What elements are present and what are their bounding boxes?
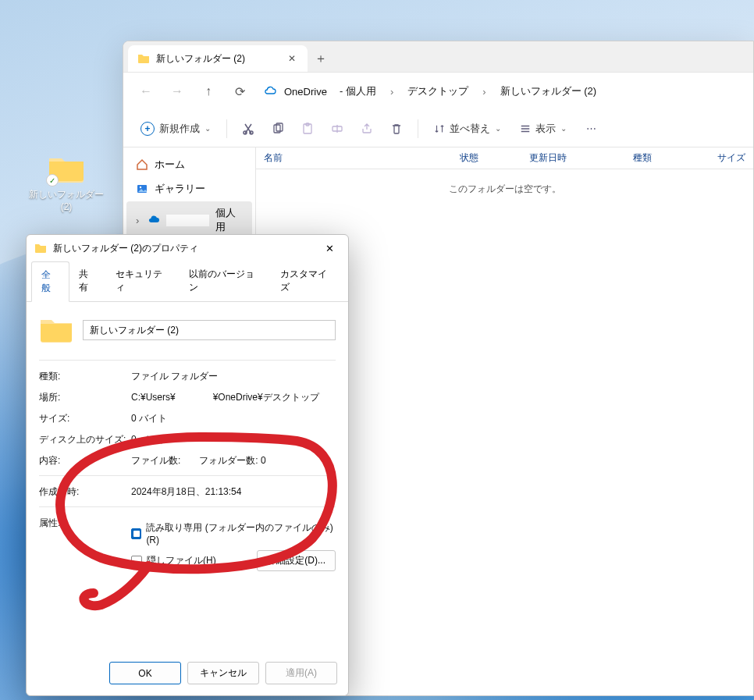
desktop-folder-icon[interactable]: ✓ 新しいフォルダー (2): [23, 152, 109, 212]
properties-dialog: 新しいフォルダー (2)のプロパティ ✕ 全般 共有 セキュリティ 以前のバージ…: [26, 234, 349, 696]
value-size: 0 バイト: [131, 412, 336, 425]
hidden-checkbox[interactable]: [131, 556, 142, 567]
tab-customize[interactable]: カスタマイズ: [271, 261, 344, 301]
close-button[interactable]: ✕: [318, 237, 340, 259]
more-button[interactable]: ⋯: [578, 118, 604, 139]
plus-circle-icon: +: [140, 122, 155, 136]
gallery-icon: [136, 183, 148, 195]
advanced-button[interactable]: 詳細設定(D)...: [257, 550, 336, 571]
col-header-kind[interactable]: 種類: [625, 151, 710, 165]
readonly-checkbox[interactable]: [131, 528, 141, 539]
sidebar-item-label: ギャラリー: [155, 182, 205, 196]
up-button[interactable]: ↑: [195, 78, 222, 105]
chevron-down-icon: ⌄: [495, 124, 501, 133]
more-icon: ⋯: [586, 123, 596, 134]
tab-current[interactable]: 新しいフォルダー (2) ✕: [128, 45, 308, 72]
folder-icon: [137, 52, 150, 65]
delete-button[interactable]: [383, 118, 410, 140]
cut-button[interactable]: [235, 118, 261, 140]
toolbar: + 新規作成 ⌄ 並べ替え ⌄ 表示 ⌄ ⋯: [123, 110, 753, 147]
label-kind: 種類:: [39, 370, 131, 383]
folder-name-input[interactable]: [83, 320, 336, 340]
copy-icon: [272, 123, 284, 135]
cut-icon: [242, 123, 254, 135]
empty-message: このフォルダーは空です。: [256, 183, 753, 196]
value-content: ファイル数: フォルダー数: 0: [131, 454, 336, 467]
col-header-date[interactable]: 更新日時: [521, 151, 625, 165]
view-label: 表示: [535, 122, 556, 136]
label-location: 場所:: [39, 391, 131, 404]
view-icon: [520, 123, 531, 134]
value-disk-size: 0 バイト: [131, 433, 336, 446]
tabs: 全般 共有 セキュリティ 以前のバージョン カスタマイズ: [27, 261, 348, 302]
sort-button[interactable]: 並べ替え ⌄: [426, 117, 509, 140]
col-header-size[interactable]: サイズ: [710, 151, 753, 165]
rename-icon: [331, 123, 343, 135]
tab-share[interactable]: 共有: [69, 261, 106, 301]
folder-large-icon: [39, 314, 73, 346]
value-location: C:¥Users¥ ¥OneDrive¥デスクトップ: [131, 391, 336, 404]
sidebar-item-gallery[interactable]: ギャラリー: [126, 177, 252, 201]
apply-button: 適用(A): [265, 662, 337, 684]
tab-title: 新しいフォルダー (2): [156, 52, 245, 66]
label-content: 内容:: [39, 454, 131, 467]
hidden-label: 隠しファイル(H): [147, 554, 216, 567]
forward-button: →: [164, 78, 190, 105]
copy-button[interactable]: [265, 118, 291, 140]
folder-icon: [34, 242, 47, 254]
refresh-button[interactable]: ⟳: [226, 78, 253, 105]
tab-general[interactable]: 全般: [31, 261, 69, 302]
sort-icon: [434, 123, 445, 134]
chevron-right-icon[interactable]: ›: [136, 215, 141, 226]
chevron-right-icon: ›: [476, 86, 492, 98]
label-attributes: 属性:: [39, 517, 131, 530]
col-header-name[interactable]: 名前: [256, 151, 452, 165]
sidebar-item-home[interactable]: ホーム: [126, 153, 252, 176]
column-headers: 名前 状態 更新日時 種類 サイズ: [256, 147, 753, 169]
share-icon: [361, 123, 373, 135]
ok-button[interactable]: OK: [109, 662, 181, 684]
home-icon: [136, 158, 148, 171]
bc-onedrive[interactable]: OneDrive: [279, 83, 332, 101]
chevron-down-icon: ⌄: [205, 124, 211, 133]
share-button[interactable]: [354, 118, 380, 140]
value-kind: ファイル フォルダー: [131, 370, 336, 383]
bc-personal[interactable]: - 個人用: [335, 81, 381, 101]
rename-button[interactable]: [324, 118, 350, 140]
back-button[interactable]: ←: [133, 78, 159, 105]
view-button[interactable]: 表示 ⌄: [512, 117, 574, 140]
sidebar-item-label: 個人用: [215, 206, 243, 234]
onedrive-icon: [148, 214, 160, 226]
label-size: サイズ:: [39, 412, 131, 425]
svg-point-8: [140, 187, 141, 188]
chevron-down-icon: ⌄: [560, 124, 567, 133]
dialog-title: 新しいフォルダー (2)のプロパティ: [53, 242, 198, 255]
cancel-button[interactable]: キャンセル: [187, 662, 259, 684]
nav-bar: ← → ↑ ⟳ OneDrive - 個人用 › デスクトップ › 新しいフォル…: [123, 73, 753, 110]
new-tab-button[interactable]: ＋: [308, 45, 334, 72]
tab-close-button[interactable]: ✕: [286, 52, 298, 65]
cloud-icon: [264, 85, 276, 98]
col-header-state[interactable]: 状態: [452, 151, 521, 165]
sort-label: 並べ替え: [450, 122, 490, 136]
tab-security[interactable]: セキュリティ: [106, 261, 180, 301]
dialog-titlebar[interactable]: 新しいフォルダー (2)のプロパティ ✕: [27, 235, 348, 261]
new-button[interactable]: + 新規作成 ⌄: [133, 117, 219, 140]
readonly-label: 読み取り専用 (フォルダー内のファイルのみ)(R): [146, 521, 336, 545]
label-created: 作成日時:: [39, 485, 131, 499]
sidebar-item-personal[interactable]: › ______ 個人用: [126, 201, 252, 239]
tab-previous-versions[interactable]: 以前のバージョン: [180, 261, 271, 301]
bc-current[interactable]: 新しいフォルダー (2): [496, 81, 602, 101]
chevron-right-icon: ›: [384, 86, 400, 98]
breadcrumb: OneDrive - 個人用 › デスクトップ › 新しいフォルダー (2): [258, 76, 607, 106]
new-label: 新規作成: [159, 122, 200, 136]
sync-ok-badge-icon: ✓: [46, 174, 59, 187]
tab-bar: 新しいフォルダー (2) ✕ ＋: [123, 41, 753, 73]
folder-label: 新しいフォルダー (2): [23, 188, 109, 212]
paste-button[interactable]: [294, 118, 321, 140]
paste-icon: [301, 123, 314, 135]
sidebar-item-label: ホーム: [155, 158, 185, 172]
label-disk-size: ディスク上のサイズ:: [39, 433, 131, 446]
bc-desktop[interactable]: デスクトップ: [403, 81, 473, 101]
value-created: 2024年8月18日、21:13:54: [131, 485, 336, 499]
